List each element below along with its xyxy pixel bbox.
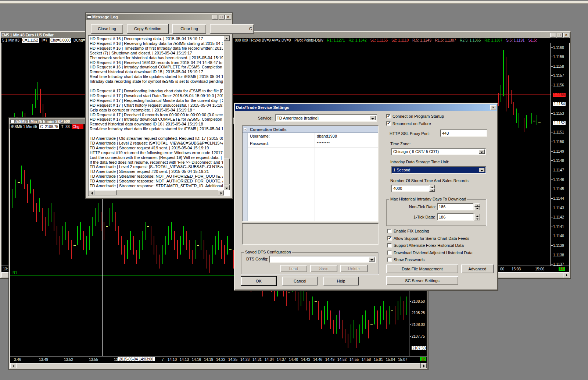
save-button[interactable]: Save xyxy=(310,265,337,272)
scroll-right-icon[interactable] xyxy=(218,190,224,195)
spin-down-icon[interactable] xyxy=(474,207,480,210)
spin-down-icon[interactable] xyxy=(474,217,480,220)
delete-button[interactable]: Delete xyxy=(340,265,368,272)
minimize-icon[interactable]: _ xyxy=(212,15,218,19)
checkbox-allow-support-for-sierra-chart[interactable]: Allow Support for Sierra Chart Data Feed… xyxy=(387,236,469,241)
log-line[interactable]: HD Request # 16 | Receiving Intraday dat… xyxy=(90,41,223,46)
password-value[interactable]: ******** xyxy=(317,141,330,145)
checkbox-download-dividend-adjusted-his[interactable]: Download Dividend Adjusted Historical Da… xyxy=(387,251,473,255)
spin-up-icon[interactable] xyxy=(429,185,435,188)
log-line[interactable]: HD Request # 16 | Received 169103 record… xyxy=(90,60,223,65)
maximize-icon[interactable]: □ xyxy=(219,15,225,19)
es-horizontal-scrollbar[interactable] xyxy=(10,363,427,368)
scroll-left-icon[interactable] xyxy=(89,190,94,195)
collapse-icon[interactable]: − xyxy=(244,128,247,131)
log-line[interactable]: TD Ameritrade | Level 2 request: |S=TOTA… xyxy=(90,141,223,146)
one-tick-spinner[interactable] xyxy=(474,214,480,220)
checked-checkbox-icon[interactable] xyxy=(386,114,391,118)
close-icon[interactable]: × xyxy=(225,15,231,19)
help-button[interactable]: Help xyxy=(323,277,359,285)
scroll-down-icon[interactable] xyxy=(224,185,230,190)
log-line[interactable]: HD Request # 16 | Decompressing data. | … xyxy=(90,36,223,41)
log-line[interactable]: HD Request # 17 | Downloading Intraday c… xyxy=(90,89,223,93)
log-line[interactable]: HD Request # 17 | Download start Date-Ti… xyxy=(90,93,223,98)
unchecked-checkbox-icon[interactable] xyxy=(387,251,392,255)
log-line[interactable]: Real-time Intraday chart data file updat… xyxy=(90,74,223,79)
log-line[interactable]: Intraday data recording state for symbol… xyxy=(90,79,223,84)
message-log-text-area[interactable]: HD Request # 16 | Decompressing data. | … xyxy=(88,35,230,196)
log-line[interactable]: HD Request # 16 | Intraday download COMP… xyxy=(90,65,223,70)
one-tick-input[interactable]: 186 xyxy=(437,213,474,221)
log-line[interactable]: HD Request # 17 | Requesting historical … xyxy=(90,98,223,103)
load-button[interactable]: Load xyxy=(280,265,307,272)
unchecked-checkbox-icon[interactable] xyxy=(387,258,392,262)
proxy-port-input[interactable]: 443 xyxy=(440,129,487,137)
log-line[interactable]: Real-time Intraday chart data file updat… xyxy=(90,127,223,131)
log-line[interactable]: Removed historical data download ID 16 |… xyxy=(90,122,223,127)
sc-server-settings-button[interactable]: SC Server Settings xyxy=(386,276,458,285)
maximize-icon[interactable]: □ xyxy=(557,33,563,38)
advanced-button[interactable]: Advanced xyxy=(461,264,494,273)
chevron-down-icon[interactable] xyxy=(370,116,376,120)
checkbox-show-passwords[interactable]: Show Passwords xyxy=(387,258,424,262)
log-line[interactable]: Removed historical data download ID 15 |… xyxy=(90,70,223,74)
stored-records-input[interactable]: 4000 xyxy=(391,185,435,192)
chevron-down-icon[interactable] xyxy=(479,149,485,154)
log-line[interactable]: TD Ameritrade | Streamer response: NOT_A… xyxy=(90,179,223,184)
dialog-titlebar[interactable]: Data/Trade Service Settings × xyxy=(235,104,497,111)
stored-records-spinner[interactable] xyxy=(429,185,435,192)
connection-details-header[interactable]: − Connection Details xyxy=(243,126,378,133)
scroll-left-icon[interactable] xyxy=(10,363,16,368)
unchecked-checkbox-icon[interactable] xyxy=(387,229,392,233)
chevron-down-icon[interactable] xyxy=(369,257,375,262)
log-line[interactable] xyxy=(90,84,223,89)
log-line[interactable]: TD Ameritrade | Streamer response: STREA… xyxy=(90,184,223,188)
log-vertical-scrollbar[interactable] xyxy=(224,36,230,190)
log-line[interactable]: HD Request # 17 | Chart history request … xyxy=(90,103,223,108)
log-line[interactable]: TD Ameritrade | Streamer request #19 sen… xyxy=(90,146,223,150)
log-hscroll-thumb[interactable] xyxy=(94,190,116,195)
scroll-right-icon[interactable] xyxy=(563,272,569,277)
log-line[interactable]: If the data feed does not resume, reconn… xyxy=(90,160,223,165)
timezone-combo[interactable]: Chicago (-6 CST/-5 CDT) xyxy=(391,148,486,155)
log-line[interactable]: Lost the connection with the streamer. (… xyxy=(90,155,223,160)
log-line[interactable]: The network socket for historical data h… xyxy=(90,56,223,60)
spin-down-icon[interactable] xyxy=(429,188,435,192)
non-tick-input[interactable]: 186 xyxy=(437,203,474,210)
clear-log-button[interactable]: Clear Log xyxy=(172,24,206,34)
checkbox-connect-on-program-startup[interactable]: Connect on Program Startup xyxy=(386,114,444,118)
log-line[interactable] xyxy=(90,131,223,136)
checkbox-enable-fix-logging[interactable]: Enable FIX Logging xyxy=(387,229,429,233)
es-scrollbar-thumb[interactable] xyxy=(16,363,421,368)
minimize-icon[interactable]: _ xyxy=(550,33,556,38)
username-row[interactable]: Username: dband1938 xyxy=(248,133,378,140)
unchecked-checkbox-icon[interactable] xyxy=(387,243,392,248)
log-line[interactable]: HTTP request #19 returned the following … xyxy=(90,150,223,155)
log-line[interactable]: HD Request # 16 | Timestamp of first Int… xyxy=(90,46,223,51)
data-file-management-button[interactable]: Data File Management xyxy=(386,264,458,273)
log-horizontal-scrollbar[interactable] xyxy=(89,190,224,196)
password-row[interactable]: Password: ******** xyxy=(248,140,378,148)
spin-up-icon[interactable] xyxy=(474,214,480,217)
log-vscroll-thumb[interactable] xyxy=(224,159,230,184)
log-line[interactable]: TD Ameritrade | Streamer response: NOT_A… xyxy=(90,174,223,179)
message-log-titlebar[interactable]: Message Log _ □ × xyxy=(86,14,232,20)
spin-up-icon[interactable] xyxy=(474,203,480,207)
log-line[interactable]: HD Request # 17 | Intraday download COMP… xyxy=(90,117,223,122)
cancel-button[interactable]: Cancel xyxy=(282,277,318,285)
log-line[interactable]: TD Ameritrade | Streamer request #20 sen… xyxy=(90,169,223,174)
log-line[interactable]: Socket (7) | Shutdown and closed. | 2015… xyxy=(90,51,223,56)
checked-checkbox-icon[interactable] xyxy=(386,121,391,126)
service-combo[interactable]: TD Ameritrade [trading] xyxy=(275,114,377,122)
storage-unit-combo[interactable]: 1 Second xyxy=(391,166,486,174)
checkbox-reconnect-on-failure[interactable]: Reconnect on Failure xyxy=(386,121,431,126)
close-log-button[interactable]: Close Log xyxy=(91,24,123,34)
dts-config-combo[interactable] xyxy=(269,256,376,263)
close-icon[interactable]: × xyxy=(490,105,496,110)
chevron-down-icon[interactable] xyxy=(479,168,485,172)
log-line[interactable]: HD Request # 17 | Received 0 records fro… xyxy=(90,113,223,117)
checked-checkbox-icon[interactable] xyxy=(387,236,392,241)
partial-button[interactable]: C xyxy=(210,24,254,34)
scroll-up-icon[interactable] xyxy=(224,36,230,41)
scroll-right-icon[interactable] xyxy=(421,363,427,368)
